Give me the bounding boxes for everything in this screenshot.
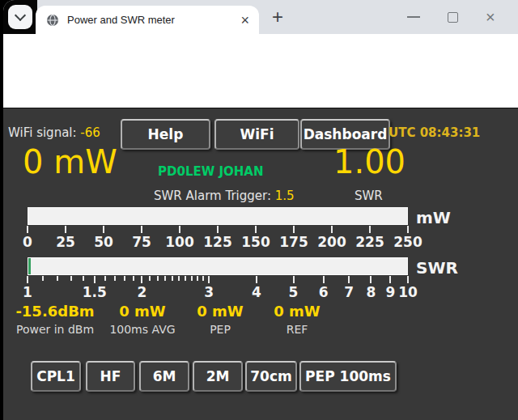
scale-minor-tick <box>191 276 193 281</box>
scale-tick <box>103 226 104 233</box>
6m-button[interactable]: 6M <box>139 361 189 392</box>
scale-tick <box>65 226 66 233</box>
help-button[interactable]: Help <box>121 119 210 150</box>
scale-tick-label: 175 <box>279 234 308 250</box>
scale-tick <box>293 226 295 233</box>
scale-tick-label: 200 <box>317 234 346 250</box>
scale-tick-label: 6 <box>319 284 329 300</box>
power-swr-meter-page: WiFi signal: -66 HelpWiFiDashboard UTC 0… <box>3 108 518 420</box>
tab-title: Power and SWR meter <box>67 14 236 26</box>
scale-minor-tick <box>164 276 166 281</box>
scale-tick <box>208 276 210 283</box>
swr-value-display: 1.00 <box>333 144 405 180</box>
scale-tick-label: 2 <box>138 284 147 300</box>
scale-tick <box>27 226 28 233</box>
scale-tick <box>256 276 257 283</box>
scale-tick-label: 3 <box>204 284 214 300</box>
scale-tick <box>407 226 409 233</box>
scale-minor-tick <box>83 276 84 281</box>
readout-value: 0 mW <box>274 303 320 320</box>
scale-minor-tick <box>172 276 173 281</box>
scale-tick <box>141 276 142 283</box>
scale-tick <box>217 226 219 233</box>
scale-tick-label: 250 <box>393 234 422 250</box>
wifi-signal-value: -66 <box>80 125 100 140</box>
scale-minor-tick <box>42 276 44 281</box>
browser-toolbar: ← → ↻ ⚠ Not secure powermeter.local ★ ⋮ <box>3 34 518 78</box>
readout-label: Power in dBm <box>16 323 94 336</box>
scale-tick <box>179 226 180 233</box>
cpl1-button[interactable]: CPL1 <box>31 361 81 392</box>
scale-tick <box>348 276 350 283</box>
scale-tick-label: 1 <box>23 284 32 300</box>
scale-tick <box>293 276 295 283</box>
swr-caption: SWR <box>355 189 383 203</box>
swr-meter-fill <box>28 258 31 274</box>
callsign: PD0LEW JOHAN <box>158 164 264 179</box>
scale-tick-label: 225 <box>355 234 384 250</box>
scale-tick-label: 25 <box>56 234 75 250</box>
scale-minor-tick <box>124 276 125 281</box>
tab-search-button[interactable] <box>8 5 32 29</box>
scale-tick <box>389 276 391 283</box>
scale-tick-label: 1.5 <box>83 284 107 300</box>
wifi-signal: WiFi signal: -66 <box>8 125 100 140</box>
scale-tick-label: 10 <box>398 284 418 300</box>
minimize-icon[interactable] <box>407 16 420 18</box>
browser-tab[interactable]: Power and SWR meter × <box>36 6 259 34</box>
scale-minor-tick <box>57 276 58 281</box>
wifi-button[interactable]: WiFi <box>214 119 299 150</box>
swr-alarm-trigger: SWR Alarm Trigger: 1.5 <box>154 189 295 203</box>
scale-tick-label: 8 <box>367 284 376 300</box>
2m-button[interactable]: 2M <box>193 361 243 392</box>
readout-label: 100ms AVG <box>109 323 175 336</box>
utc-clock: UTC 08:43:31 <box>388 125 480 140</box>
scale-tick-label: 150 <box>241 234 270 250</box>
scale-tick-label: 0 <box>23 234 32 250</box>
scale-tick-label: 50 <box>94 234 113 250</box>
readout-value: -15.6dBm <box>15 303 94 320</box>
new-tab-button[interactable]: + <box>265 5 290 29</box>
scale-tick <box>331 226 333 233</box>
browser-window: Power and SWR meter × + × ← → ↻ ⚠ Not se… <box>0 0 518 420</box>
swr-alarm-value: 1.5 <box>275 189 295 203</box>
scale-tick-label: 75 <box>132 234 151 250</box>
scale-minor-tick <box>70 276 72 281</box>
scale-minor-tick <box>197 276 198 281</box>
scale-minor-tick <box>202 276 204 281</box>
scale-tick-label: 100 <box>165 234 194 250</box>
hf-button[interactable]: HF <box>86 361 135 392</box>
swr-meter-bar <box>28 257 408 275</box>
readout-value: 0 mW <box>119 303 165 320</box>
readout-value: 0 mW <box>197 303 243 320</box>
tab-strip: Power and SWR meter × + × <box>3 0 518 34</box>
swr-alarm-label: SWR Alarm Trigger: <box>154 189 271 203</box>
power-meter-bar <box>28 207 408 225</box>
scale-tick <box>369 226 371 233</box>
70cm-button[interactable]: 70cm <box>245 361 297 392</box>
power-value-display: 0 mW <box>23 144 117 180</box>
scale-minor-tick <box>178 276 180 281</box>
scale-minor-tick <box>157 276 159 281</box>
window-close-icon[interactable]: × <box>486 7 495 27</box>
scale-tick <box>94 276 96 283</box>
scale-minor-tick <box>149 276 151 281</box>
tab-close-icon[interactable]: × <box>240 13 249 28</box>
scale-minor-tick <box>185 276 186 281</box>
scale-tick-label: 9 <box>386 284 396 300</box>
chevron-down-icon <box>15 10 26 21</box>
scale-tick <box>141 226 142 233</box>
scale-minor-tick <box>114 276 116 281</box>
scale-tick <box>407 276 409 283</box>
scale-tick <box>323 276 325 283</box>
readout-label: REF <box>287 323 308 336</box>
maximize-icon[interactable] <box>448 12 458 23</box>
scale-tick <box>27 276 28 283</box>
pep-100ms-button[interactable]: PEP 100ms <box>299 361 397 392</box>
bookmarks-bar: Apps Power and SWR me... <box>3 78 518 108</box>
scale-tick-label: 125 <box>203 234 232 250</box>
scale-tick <box>255 226 257 233</box>
scale-tick-label: 4 <box>252 284 261 300</box>
wifi-signal-label: WiFi signal: <box>8 125 77 140</box>
scale-tick-label: 5 <box>289 284 299 300</box>
